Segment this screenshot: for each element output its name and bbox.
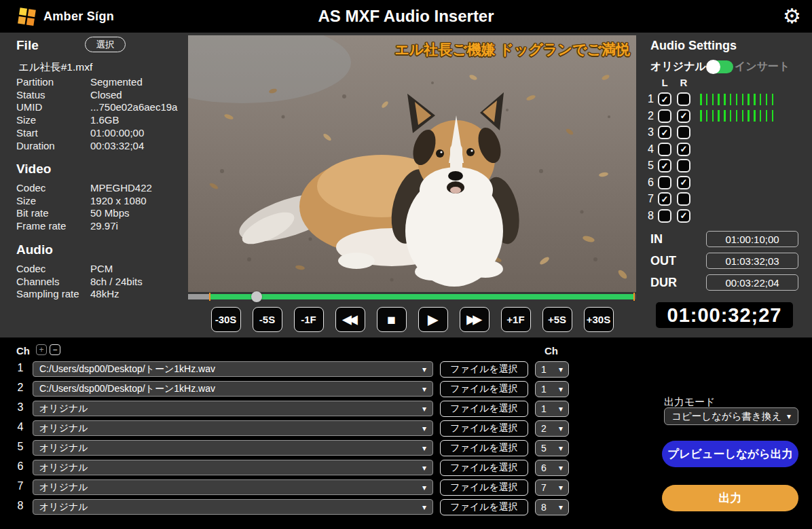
source-dropdown[interactable]: オリジナル▾ [33,460,433,475]
channel-1-left-checkbox[interactable]: ✓ [658,92,671,106]
video-overlay-caption: エル社長ご機嫌 ドッグランでご満悦 [394,40,630,59]
target-channel-dropdown[interactable]: 1▾ [535,361,569,378]
file-select-button[interactable]: ファイルを選択 [440,381,528,397]
file-select-pill-button[interactable]: 選択 [85,37,126,52]
channel-7-left-checkbox[interactable]: ✓ [658,192,671,206]
source-dropdown[interactable]: C:/Users/dsp00/Desktop/トーン1kHz.wav▾ [33,381,433,397]
file-select-button[interactable]: ファイルを選択 [440,420,528,437]
chevron-down-icon: ▾ [422,424,426,433]
app-window: Amber Sígn AS MXF Audio Inserter ⚙ File … [0,0,812,529]
preview-output-button[interactable]: プレビューしながら出力 [662,441,798,467]
timecode-fields: IN01:00:10;00OUT01:03:32;03DUR00:03:22;0… [650,231,798,296]
pre-in-segment [188,294,210,299]
source-dropdown[interactable]: オリジナル▾ [33,401,433,416]
target-channel-dropdown[interactable]: 5▾ [535,440,569,456]
channel-row: 3✓ [639,126,773,139]
channel-4-left-checkbox[interactable] [658,143,671,156]
out-timecode-field[interactable]: 01:03:32;03 [706,253,798,269]
channel-4-right-checkbox[interactable]: ✓ [677,143,690,156]
target-channel-dropdown[interactable]: 2▾ [535,420,569,437]
channel-5-left-checkbox[interactable]: ✓ [658,159,671,172]
chevron-down-icon: ▾ [559,365,563,374]
file-select-button[interactable]: ファイルを選択 [440,479,528,496]
info-label: Partition [16,76,90,88]
channel-8-left-checkbox[interactable] [658,209,671,223]
output-mode-dropdown[interactable]: コピーしながら書き換え ▾ [664,407,798,425]
chevron-down-icon: ▾ [422,404,426,414]
source-dropdown[interactable]: オリジナル▾ [33,440,433,456]
meter-bar [760,94,762,105]
info-value: MPEGHD422 [90,182,183,194]
source-value: オリジナル [39,481,422,494]
transport-play-button[interactable]: ▶ [418,307,448,332]
target-channel-value: 8 [541,502,547,513]
transport-stop-button[interactable]: ■ [377,307,407,332]
channel-3-right-checkbox[interactable] [677,126,690,139]
info-value: 1.6GB [90,114,183,126]
channel-2-right-checkbox[interactable]: ✓ [677,109,690,123]
channel-2-left-checkbox[interactable] [658,109,671,123]
file-select-button[interactable]: ファイルを選択 [440,361,528,378]
export-button[interactable]: 出力 [662,485,798,511]
transport-fast-forward-button[interactable]: ▶▶ [460,307,490,332]
transport-minus-1f-button[interactable]: -1F [294,307,324,332]
channel-1-right-checkbox[interactable] [677,92,690,106]
channel-6-left-checkbox[interactable] [658,176,671,189]
channel-number: 5 [639,160,654,172]
meter-bar [736,94,738,105]
source-dropdown[interactable]: オリジナル▾ [33,420,433,436]
transport-plus-30s-button[interactable]: +30S [584,307,614,332]
source-dropdown[interactable]: オリジナル▾ [33,479,433,495]
level-meter [700,92,773,106]
target-channel-dropdown[interactable]: 6▾ [535,460,569,476]
channel-monitor-list: 1✓2✓3✓4✓5✓6✓7✓8✓ [639,92,773,225]
channel-5-right-checkbox[interactable] [677,159,690,172]
transport-minus-5s-button[interactable]: -5S [253,307,282,332]
row-number: 1 [14,362,27,374]
target-channel-dropdown[interactable]: 1▾ [535,381,569,397]
channel-8-right-checkbox[interactable]: ✓ [677,209,690,223]
file-select-button[interactable]: ファイルを選択 [440,440,528,456]
current-timecode-display: 01:00:32;27 [656,302,793,328]
dur-timecode-field[interactable]: 00:03:22;04 [706,274,798,291]
transport-minus-30s-button[interactable]: -30S [211,307,241,332]
file-select-button[interactable]: ファイルを選択 [440,499,528,515]
file-select-button[interactable]: ファイルを選択 [440,460,528,476]
remove-channel-button[interactable]: − [50,344,60,355]
info-label: Duration [16,140,90,151]
original-insert-toggle[interactable] [707,60,733,73]
info-value: ...750e02a6aec19a [90,101,183,113]
chevron-down-icon: ▾ [559,483,563,492]
info-label: Codec [16,182,90,194]
in-timecode-field[interactable]: 01:00:10;00 [706,231,798,247]
seek-bar[interactable] [188,293,636,300]
transport-plus-5s-button[interactable]: +5S [542,307,572,332]
target-channel-dropdown[interactable]: 1▾ [535,401,569,417]
info-value: 29.97i [90,220,183,232]
target-channel-dropdown[interactable]: 7▾ [535,479,569,496]
chevron-down-icon: ▾ [422,503,426,512]
seek-thumb[interactable] [251,291,262,302]
transport-plus-1f-button[interactable]: +1F [501,307,531,332]
channel-7-right-checkbox[interactable] [677,192,690,206]
info-value: 8ch / 24bits [90,276,183,287]
channel-6-right-checkbox[interactable]: ✓ [677,176,690,189]
transport-rewind-button[interactable]: ◀◀ [335,307,365,332]
source-dropdown[interactable]: C:/Users/dsp00/Desktop/トーン1kHz.wav▾ [33,361,433,377]
info-label: Channels [16,276,90,287]
channel-3-left-checkbox[interactable]: ✓ [658,126,671,139]
video-section-heading: Video [16,162,51,177]
source-dropdown[interactable]: オリジナル▾ [33,499,433,515]
meter-bar [772,94,774,105]
play-icon: ▶ [428,313,438,326]
page-title: AS MXF Audio Inserter [0,0,812,33]
add-channel-button[interactable]: + [36,344,47,355]
plus-1f-label: +1F [506,314,524,325]
gear-icon[interactable]: ⚙ [783,3,801,30]
toggle-insert-label: インサート [735,60,790,74]
file-select-button[interactable]: ファイルを選択 [440,401,528,417]
meter-bar [742,94,744,105]
target-channel-dropdown[interactable]: 8▾ [535,499,569,515]
meter-bar [730,94,732,105]
video-preview[interactable]: エル社長ご機嫌 ドッグランでご満悦 [188,35,636,292]
